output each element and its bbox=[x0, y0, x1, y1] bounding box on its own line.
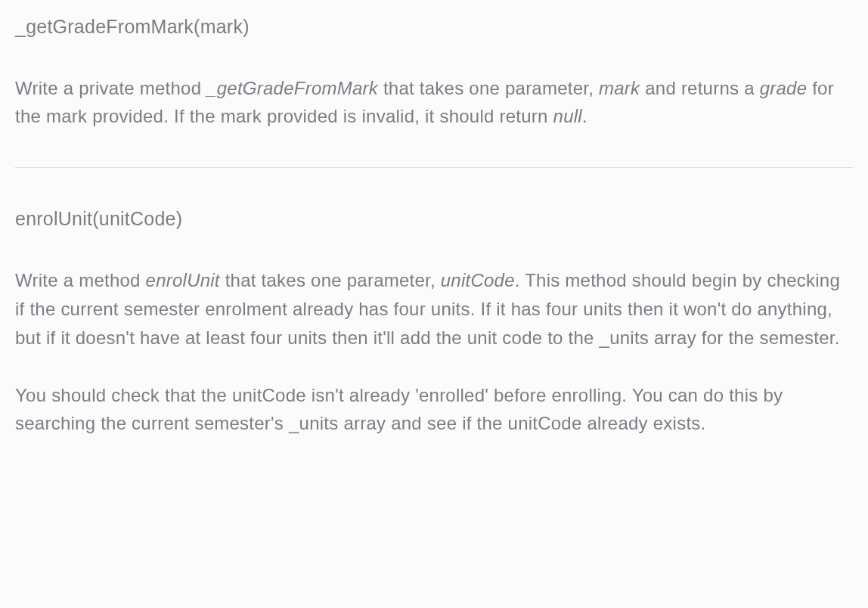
text-fragment: . bbox=[582, 106, 587, 126]
text-fragment: Write a private method bbox=[15, 78, 206, 98]
text-fragment: and returns a bbox=[640, 78, 759, 98]
return-name-italic: grade bbox=[760, 78, 808, 98]
method-description: Write a private method _getGradeFromMark… bbox=[15, 74, 853, 132]
method-section-2: enrolUnit(unitCode) Write a method enrol… bbox=[15, 204, 853, 438]
method-name-italic: _getGradeFromMark bbox=[206, 78, 378, 98]
section-divider bbox=[15, 167, 853, 168]
method-description-p2: You should check that the unitCode isn't… bbox=[15, 381, 853, 439]
text-fragment: Write a method bbox=[15, 270, 146, 290]
method-section-1: _getGradeFromMark(mark) Write a private … bbox=[15, 12, 853, 131]
method-name-italic: enrolUnit bbox=[146, 270, 220, 290]
method-description-p1: Write a method enrolUnit that takes one … bbox=[15, 266, 853, 352]
text-fragment: that takes one parameter, bbox=[220, 270, 441, 290]
text-fragment: that takes one parameter, bbox=[378, 78, 599, 98]
param-name-italic: unitCode bbox=[441, 270, 515, 290]
null-italic: null bbox=[553, 106, 582, 126]
method-signature: _getGradeFromMark(mark) bbox=[15, 12, 853, 42]
method-signature: enrolUnit(unitCode) bbox=[15, 204, 853, 234]
param-name-italic: mark bbox=[599, 78, 640, 98]
